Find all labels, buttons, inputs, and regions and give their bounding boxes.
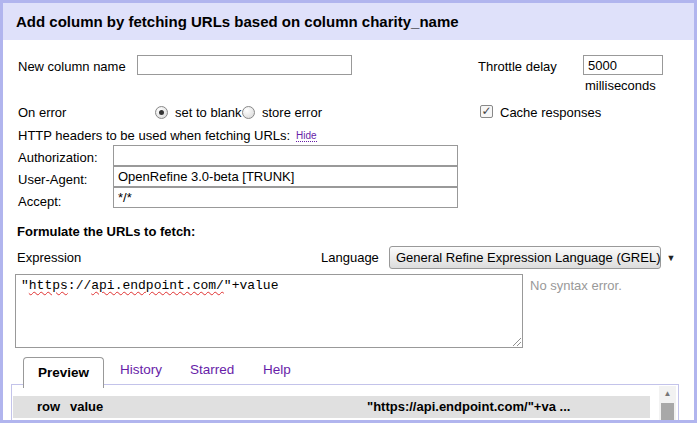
tab-history[interactable]: History <box>120 362 162 377</box>
expression-segment: "+value <box>224 278 279 293</box>
expression-textarea[interactable]: "https://api.endpoint.com/"+value <box>15 274 523 348</box>
throttle-delay-input[interactable] <box>583 55 663 75</box>
expression-segment: " <box>21 278 29 293</box>
radio-set-to-blank[interactable] <box>155 106 168 119</box>
language-select[interactable]: General Refine Expression Language (GREL… <box>389 246 661 269</box>
expression-label: Expression <box>17 250 81 265</box>
column-header-expression: "https://api.endpoint.com/"+va ... <box>367 396 570 418</box>
dropdown-arrow-icon: ▼ <box>666 253 675 263</box>
tab-preview[interactable]: Preview <box>23 357 104 388</box>
new-column-name-label: New column name <box>18 59 126 74</box>
authorization-input[interactable] <box>113 145 458 166</box>
checkmark-icon: ✓ <box>481 104 491 118</box>
http-headers-hide-link[interactable]: Hide <box>296 130 317 142</box>
add-column-by-fetching-urls-dialog: Add column by fetching URLs based on col… <box>0 0 697 423</box>
user-agent-input[interactable] <box>113 166 458 187</box>
scroll-up-arrow-icon: ▲ <box>664 389 672 398</box>
formulate-urls-heading: Formulate the URLs to fetch: <box>17 224 195 239</box>
dialog-title: Add column by fetching URLs based on col… <box>3 3 694 40</box>
tab-help[interactable]: Help <box>263 362 291 377</box>
http-headers-label: HTTP headers to be used when fetching UR… <box>18 128 290 143</box>
cache-responses-label[interactable]: Cache responses <box>500 105 601 120</box>
radio-store-error[interactable] <box>242 106 255 119</box>
tab-starred[interactable]: Starred <box>190 362 234 377</box>
accept-label: Accept: <box>18 194 61 209</box>
preview-table-header: row value "https://api.endpoint.com/"+va… <box>13 396 650 418</box>
scrollbar-up-button[interactable]: ▲ <box>659 386 676 401</box>
preview-panel: row value "https://api.endpoint.com/"+va… <box>11 384 679 423</box>
throttle-unit-label: milliseconds <box>585 78 656 93</box>
language-label: Language <box>321 250 379 265</box>
expression-segment: api.endpoint.com/ <box>91 278 224 293</box>
syntax-status-text: No syntax error. <box>530 278 622 293</box>
user-agent-label: User-Agent: <box>18 172 87 187</box>
expression-segment: https <box>29 278 68 293</box>
radio-set-to-blank-label[interactable]: set to blank <box>175 105 242 120</box>
preview-scrollbar[interactable]: ▲ <box>659 386 676 423</box>
textarea-resize-handle[interactable] <box>511 336 521 346</box>
scrollbar-thumb[interactable] <box>661 403 674 423</box>
expression-segment: :// <box>68 278 91 293</box>
accept-input[interactable] <box>113 187 458 208</box>
authorization-label: Authorization: <box>18 150 98 165</box>
column-header-value: value <box>70 396 103 418</box>
cache-responses-checkbox[interactable]: ✓ <box>480 105 493 118</box>
on-error-label: On error <box>18 105 66 120</box>
new-column-name-input[interactable] <box>137 55 352 75</box>
throttle-delay-label: Throttle delay <box>478 59 557 74</box>
radio-store-error-label[interactable]: store error <box>262 105 322 120</box>
language-select-value: General Refine Expression Language (GREL… <box>396 250 660 265</box>
column-header-row: row <box>37 396 60 418</box>
